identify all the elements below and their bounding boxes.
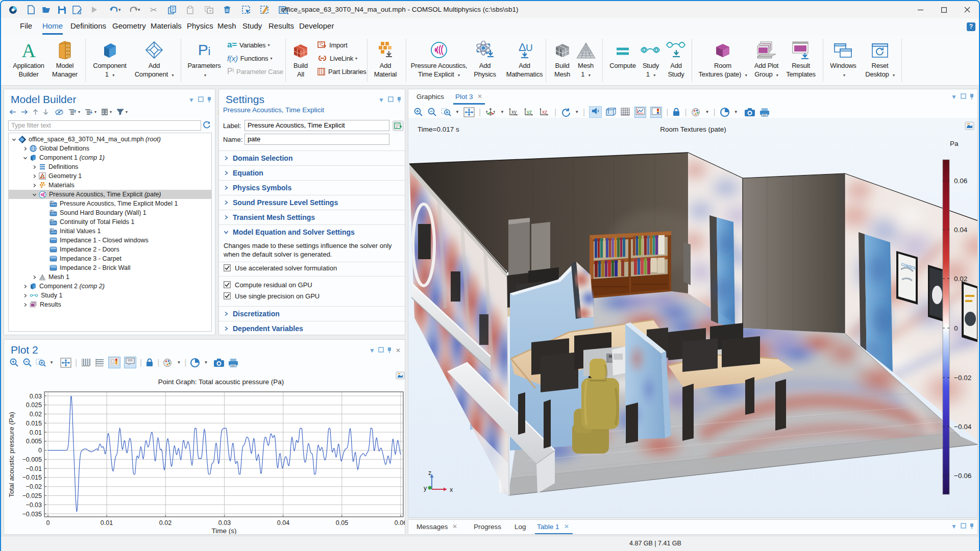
svg-text:−0.01: −0.01 (26, 465, 42, 472)
svg-text:0.01: 0.01 (101, 519, 113, 527)
svg-text:0: 0 (46, 519, 50, 527)
svg-text:0.04: 0.04 (954, 226, 968, 234)
svg-text:−0.03: −0.03 (26, 502, 42, 509)
svg-text:Point Graph: Total acoustic pr: Point Graph: Total acoustic pressure (Pa… (158, 378, 284, 386)
svg-text:D: D (51, 201, 53, 204)
svg-text:0.06: 0.06 (395, 519, 405, 527)
svg-text:D: D (51, 210, 53, 213)
svg-text:D: D (51, 228, 53, 231)
svg-text:0.02: 0.02 (159, 519, 172, 527)
svg-text:xz: xz (542, 109, 547, 115)
svg-text:Pa: Pa (950, 140, 959, 147)
svg-text:0.02: 0.02 (954, 275, 967, 283)
svg-text:−0.005: −0.005 (22, 456, 42, 463)
svg-text:0.005: 0.005 (26, 438, 42, 445)
svg-text:−0.02: −0.02 (954, 374, 971, 382)
svg-text:−0.04: −0.04 (954, 423, 972, 431)
svg-text:−0.015: −0.015 (22, 474, 42, 481)
svg-text:Total acoustic pressure (Pa): Total acoustic pressure (Pa) (8, 412, 15, 497)
svg-text:0.015: 0.015 (26, 420, 42, 427)
svg-text:y: y (424, 485, 427, 492)
svg-text:Time=0.017 s: Time=0.017 s (418, 126, 459, 133)
svg-text:Time (s): Time (s) (212, 527, 237, 535)
svg-text:0: 0 (954, 324, 958, 332)
svg-text:0.03: 0.03 (218, 519, 231, 527)
svg-text:−0.02: −0.02 (26, 483, 42, 490)
svg-text:Δ: Δ (519, 41, 526, 54)
svg-text:−0.035: −0.035 (22, 511, 42, 518)
svg-text:xy: xy (511, 109, 517, 115)
svg-text:0.05: 0.05 (336, 519, 348, 527)
svg-text:z: z (428, 469, 431, 477)
svg-text:U: U (526, 42, 533, 53)
svg-text:0.03: 0.03 (30, 393, 42, 400)
svg-text:yz: yz (527, 109, 532, 115)
svg-text:x: x (450, 486, 453, 493)
svg-text:−0.025: −0.025 (22, 492, 42, 499)
svg-text:0: 0 (38, 447, 42, 454)
svg-text:Room Textures (pate): Room Textures (pate) (660, 126, 726, 133)
svg-text:0.025: 0.025 (26, 402, 42, 409)
svg-text:0.04: 0.04 (277, 519, 289, 527)
svg-text:D: D (51, 219, 53, 222)
svg-text:−0.06: −0.06 (954, 472, 971, 480)
svg-text:0.06: 0.06 (954, 177, 967, 185)
svg-text:0.01: 0.01 (30, 429, 42, 436)
svg-text:0.02: 0.02 (30, 411, 42, 418)
